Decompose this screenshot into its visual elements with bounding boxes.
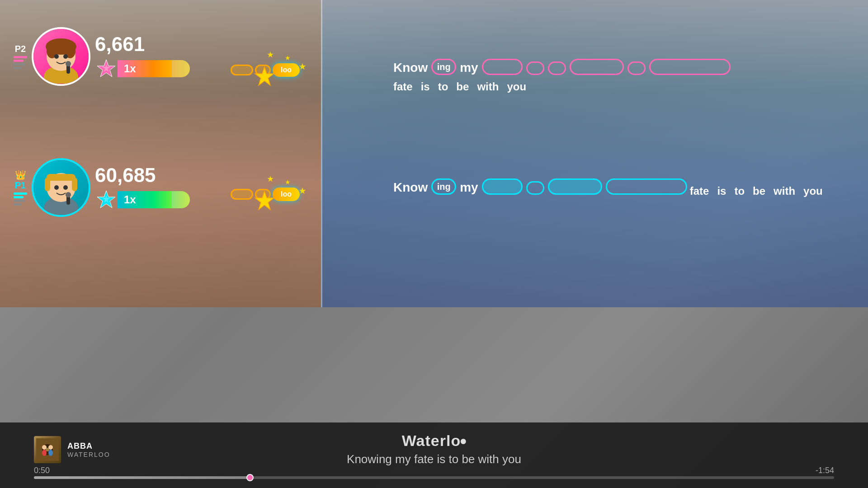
- p1-word-fate: fate: [690, 185, 709, 197]
- p1-star-icon: [95, 188, 118, 211]
- p2-word-fate: fate: [393, 80, 413, 93]
- p2-bubble-ing-text: ing: [437, 62, 451, 72]
- p1-bubble-4: [606, 178, 687, 195]
- p1-mic-bar-3: [14, 200, 25, 202]
- progress-dot: [246, 474, 254, 481]
- p2-character-svg: [34, 29, 88, 84]
- song-title-label: WATERLOO: [67, 451, 110, 458]
- p1-mic-bar-2: [14, 196, 24, 198]
- p2-multiplier: 1x: [124, 62, 136, 75]
- p1-star-float-1: ★: [267, 174, 274, 184]
- p2-active-note: loo: [273, 63, 300, 77]
- p2-star-float-1: ★: [267, 50, 274, 60]
- p2-word-my: my: [460, 61, 478, 75]
- p1-word-my: my: [460, 180, 478, 195]
- song-text-info: ABBA WATERLOO: [67, 441, 110, 458]
- p2-star-svg: [95, 58, 117, 80]
- p2-word-you: you: [507, 80, 526, 93]
- p1-lyrics-row1: Know ing my: [393, 178, 687, 195]
- svg-point-30: [48, 450, 53, 456]
- p2-word-with: with: [477, 80, 499, 93]
- p2-word-be: be: [456, 80, 469, 93]
- p2-mic-bar-4: [14, 67, 22, 69]
- p1-mic-bar-4: [14, 203, 22, 206]
- p2-note-track: ★ ★ ★ ★ loo: [154, 50, 316, 90]
- p1-note-track: ★ ★ ★ ★ loo: [154, 174, 316, 215]
- p2-word-is: is: [421, 80, 430, 93]
- p1-word-is: is: [717, 185, 726, 197]
- p2-lyrics-row2: fate is to be with you: [393, 80, 526, 93]
- p1-lyrics-row2: fate is to be with you: [690, 185, 823, 197]
- song-artist: ABBA: [67, 441, 110, 451]
- p2-active-note-text: loo: [281, 66, 292, 74]
- p2-mic-bar-1: [14, 56, 27, 58]
- p2-note-1: [231, 65, 253, 75]
- svg-marker-22: [255, 67, 274, 85]
- svg-rect-14: [45, 178, 50, 191]
- song-display-title: Waterlo: [402, 432, 466, 450]
- p1-score-star: [253, 190, 276, 214]
- p2-avatar: [32, 27, 90, 86]
- album-art: [34, 436, 61, 463]
- svg-point-27: [42, 445, 47, 450]
- time-start: 0:50: [34, 466, 50, 475]
- p2-word-to: to: [438, 80, 448, 93]
- center-divider: [321, 0, 322, 307]
- svg-rect-13: [47, 174, 75, 181]
- video-right-panel: [321, 0, 868, 307]
- p1-avatar-bg: [33, 160, 89, 215]
- p1-lyrics-display: Know ing my fate is to be with you: [393, 178, 823, 197]
- p1-left-side: 👑 P1: [14, 169, 27, 206]
- p1-star-svg: [95, 189, 117, 211]
- p1-star-float-2: ★: [285, 178, 291, 186]
- p1-label: P1: [15, 180, 26, 191]
- p1-crown-icon: 👑: [15, 169, 26, 180]
- p1-word-to: to: [734, 185, 745, 197]
- p2-mic-bar-3: [14, 63, 25, 66]
- p1-bubble-1: [482, 178, 523, 195]
- p1-avatar: [32, 158, 90, 217]
- p2-lyrics-row1: Know ing my: [393, 59, 731, 75]
- p2-bubble-4: [570, 59, 624, 75]
- svg-marker-23: [255, 191, 274, 210]
- p2-star-icon: [95, 57, 118, 80]
- p1-bubble-ing: ing: [431, 178, 456, 195]
- p1-mic-bars: [14, 192, 27, 206]
- p2-bubble-5: [627, 61, 646, 75]
- p1-bubble-2: [526, 181, 544, 195]
- p2-lyrics-display: Know ing my fate is to be with you: [393, 59, 845, 93]
- p2-big-star-svg: [253, 66, 276, 88]
- p1-word-you: you: [803, 185, 823, 197]
- p1-word-be: be: [753, 185, 765, 197]
- p1-multiplier: 1x: [124, 193, 136, 206]
- svg-point-6: [63, 54, 68, 59]
- svg-point-19: [66, 192, 71, 197]
- song-lyrics-display: Knowing my fate is to be with you: [347, 452, 521, 466]
- p1-word-know: Know: [393, 180, 428, 195]
- bottom-bar: ABBA WATERLOO Waterlo Knowing my fate is…: [0, 422, 868, 488]
- svg-point-28: [42, 450, 47, 456]
- svg-point-8: [66, 61, 71, 66]
- title-dot: [461, 439, 466, 444]
- p2-score-star: [253, 66, 276, 90]
- progress-bar-container[interactable]: [34, 476, 834, 479]
- p2-mic-bar-2: [14, 60, 24, 62]
- p2-bubble-1: [482, 59, 523, 75]
- p2-star-float-2: ★: [285, 54, 291, 61]
- p2-label: P2: [15, 44, 26, 54]
- p1-active-note-text: loo: [281, 190, 292, 198]
- p2-bubble-3: [548, 61, 566, 75]
- svg-point-17: [63, 185, 68, 190]
- p1-character-svg: [34, 160, 88, 215]
- progress-bar-fill: [34, 476, 250, 479]
- p1-note-1: [231, 189, 253, 200]
- svg-rect-15: [72, 178, 77, 191]
- svg-point-29: [48, 445, 53, 450]
- p1-big-star-svg: [253, 190, 276, 212]
- svg-point-16: [54, 185, 59, 190]
- p1-mic-bar-1: [14, 192, 27, 195]
- p2-bubble-6: [649, 59, 731, 75]
- p2-bubble-ing: ing: [431, 59, 456, 75]
- time-end: -1:54: [816, 466, 834, 475]
- p2-left-side: P2: [14, 44, 27, 69]
